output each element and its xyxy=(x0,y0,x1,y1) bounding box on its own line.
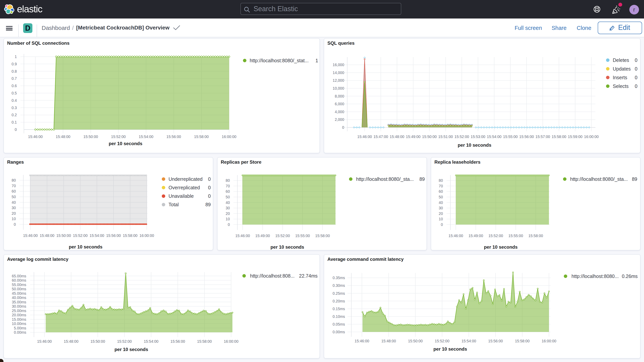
svg-text:15:52:00: 15:52:00 xyxy=(117,339,132,344)
svg-text:15:56:00: 15:56:00 xyxy=(519,134,534,139)
svg-text:15:54:00: 15:54:00 xyxy=(90,234,104,238)
svg-text:65.00ms: 65.00ms xyxy=(12,274,26,278)
svg-text:0: 0 xyxy=(635,66,638,72)
svg-text:70: 70 xyxy=(12,184,16,188)
svg-text:80: 80 xyxy=(226,178,230,182)
svg-text:per 10 seconds: per 10 seconds xyxy=(458,142,492,148)
svg-text:per 10 seconds: per 10 seconds xyxy=(114,347,148,352)
svg-text:http://localhost:8080/_sta...: http://localhost:8080/_sta... xyxy=(570,176,628,182)
svg-text:35.00ms: 35.00ms xyxy=(12,300,26,304)
svg-text:89: 89 xyxy=(419,176,425,182)
svg-text:http://localhost:808...: http://localhost:808... xyxy=(250,273,294,278)
svg-text:15:46:00: 15:46:00 xyxy=(448,234,463,238)
svg-text:2,000: 2,000 xyxy=(335,118,344,122)
svg-text:0.26ms: 0.26ms xyxy=(622,274,638,279)
svg-text:60: 60 xyxy=(439,189,443,194)
svg-text:15:46:00: 15:46:00 xyxy=(23,234,38,238)
svg-text:15:46:00: 15:46:00 xyxy=(28,134,43,139)
svg-text:15:56:00: 15:56:00 xyxy=(488,339,503,343)
svg-text:15:54:00: 15:54:00 xyxy=(462,339,476,343)
svg-text:15:58:00: 15:58:00 xyxy=(528,234,543,238)
svg-text:15:48:00: 15:48:00 xyxy=(390,134,404,139)
svg-text:15:58:00: 15:58:00 xyxy=(552,134,566,139)
svg-text:1: 1 xyxy=(15,54,17,59)
svg-text:15:54:00: 15:54:00 xyxy=(144,339,158,344)
svg-text:20: 20 xyxy=(439,212,443,216)
svg-text:Selects: Selects xyxy=(613,84,628,89)
svg-text:0: 0 xyxy=(14,222,16,226)
svg-text:15:46:00: 15:46:00 xyxy=(37,339,52,344)
svg-text:16:00:00: 16:00:00 xyxy=(222,134,236,139)
svg-text:60: 60 xyxy=(226,189,230,194)
svg-text:16:00:00: 16:00:00 xyxy=(584,134,599,139)
svg-text:15:50:00: 15:50:00 xyxy=(408,339,423,343)
svg-text:10: 10 xyxy=(439,217,443,221)
svg-text:10,000: 10,000 xyxy=(332,86,344,90)
svg-text:15:50:00: 15:50:00 xyxy=(90,339,105,344)
svg-text:16,000: 16,000 xyxy=(332,63,344,67)
svg-text:6,000: 6,000 xyxy=(335,102,344,106)
svg-text:0.7: 0.7 xyxy=(12,76,17,80)
svg-text:0.05ms: 0.05ms xyxy=(332,322,345,326)
svg-text:15:52:00: 15:52:00 xyxy=(111,134,126,139)
svg-text:80: 80 xyxy=(439,178,443,182)
svg-text:0: 0 xyxy=(635,84,638,89)
svg-text:60: 60 xyxy=(12,189,16,193)
svg-text:0: 0 xyxy=(208,185,211,190)
svg-text:15:49:00: 15:49:00 xyxy=(406,134,420,139)
svg-text:0: 0 xyxy=(208,176,211,182)
svg-text:15:54:00: 15:54:00 xyxy=(487,134,502,139)
svg-text:http://localhost:8080...: http://localhost:8080... xyxy=(572,274,619,279)
svg-text:15:49:00: 15:49:00 xyxy=(255,234,270,238)
svg-text:15:58:00: 15:58:00 xyxy=(123,234,138,238)
svg-text:0.30ms: 0.30ms xyxy=(332,283,345,288)
svg-text:Underreplicated: Underreplicated xyxy=(168,176,203,182)
svg-text:10: 10 xyxy=(226,217,230,221)
svg-text:50: 50 xyxy=(226,195,230,199)
svg-text:4,000: 4,000 xyxy=(335,110,344,114)
svg-text:0.4: 0.4 xyxy=(12,98,17,102)
svg-text:89: 89 xyxy=(205,202,211,207)
svg-text:10.00ms: 10.00ms xyxy=(12,322,26,326)
svg-text:per 10 seconds: per 10 seconds xyxy=(434,346,467,352)
svg-text:0.35ms: 0.35ms xyxy=(332,276,345,280)
svg-text:5.00ms: 5.00ms xyxy=(14,326,26,330)
svg-text:15:56:00: 15:56:00 xyxy=(106,234,121,238)
svg-text:60.00ms: 60.00ms xyxy=(12,278,26,282)
svg-text:per 10 seconds: per 10 seconds xyxy=(270,244,304,250)
svg-text:30: 30 xyxy=(226,206,230,210)
svg-text:10: 10 xyxy=(12,217,16,221)
svg-text:40: 40 xyxy=(439,200,443,205)
svg-text:15:56:00: 15:56:00 xyxy=(170,339,185,344)
svg-text:15:58:00: 15:58:00 xyxy=(194,134,209,139)
svg-text:70: 70 xyxy=(226,184,230,188)
svg-text:15:53:00: 15:53:00 xyxy=(471,134,485,139)
svg-text:15:55:00: 15:55:00 xyxy=(508,234,523,238)
svg-text:15:46:00: 15:46:00 xyxy=(357,134,372,139)
svg-text:15:54:00: 15:54:00 xyxy=(139,134,154,139)
svg-text:20: 20 xyxy=(226,212,230,216)
svg-text:15:52:00: 15:52:00 xyxy=(454,134,469,139)
svg-text:0: 0 xyxy=(635,58,638,63)
svg-text:0: 0 xyxy=(208,193,211,199)
svg-text:80: 80 xyxy=(12,178,16,182)
svg-text:50: 50 xyxy=(439,195,443,199)
svg-text:0.15ms: 0.15ms xyxy=(332,307,345,311)
svg-text:0.3: 0.3 xyxy=(12,106,17,110)
svg-text:20.00ms: 20.00ms xyxy=(12,313,26,317)
svg-text:40: 40 xyxy=(226,200,230,205)
svg-text:0: 0 xyxy=(441,222,443,227)
svg-text:per 10 seconds: per 10 seconds xyxy=(484,244,518,250)
svg-text:45.00ms: 45.00ms xyxy=(12,291,26,296)
svg-text:Total: Total xyxy=(168,202,179,207)
svg-text:15:52:00: 15:52:00 xyxy=(488,234,503,238)
svg-text:15:58:00: 15:58:00 xyxy=(315,234,330,238)
svg-text:0.1: 0.1 xyxy=(12,120,17,124)
svg-text:15:59:00: 15:59:00 xyxy=(568,134,582,139)
svg-text:15:52:00: 15:52:00 xyxy=(73,234,88,238)
svg-text:0.9: 0.9 xyxy=(12,62,17,66)
svg-text:70: 70 xyxy=(439,184,443,188)
svg-text:0.20ms: 0.20ms xyxy=(332,299,345,303)
svg-text:15.00ms: 15.00ms xyxy=(12,317,26,322)
svg-text:15:46:00: 15:46:00 xyxy=(354,339,369,343)
